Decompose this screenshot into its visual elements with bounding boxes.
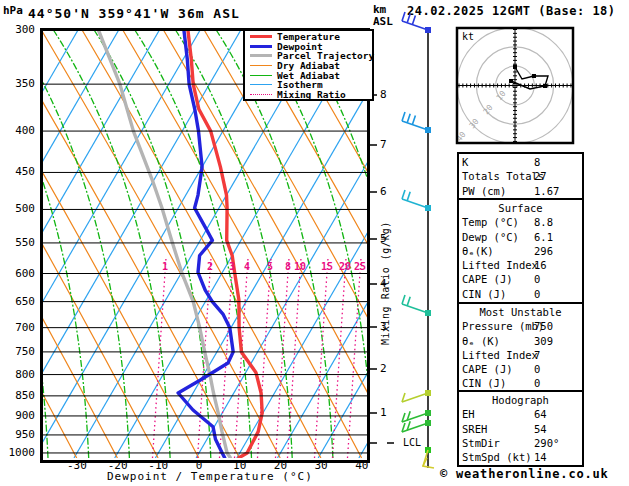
legend-swatch <box>250 84 272 85</box>
mixing-ratio-value-label: 5 <box>267 261 273 272</box>
legend-label: Dry Adiabat <box>277 61 340 70</box>
panel-row-label: CIN (J) <box>462 376 534 390</box>
panel-row-label: EH <box>462 407 534 421</box>
panel-row-label: CAPE (J) <box>462 362 534 376</box>
panel-row-label: StmSpd (kt) <box>462 450 534 464</box>
mixing-ratio-value-label: 1 <box>162 261 168 272</box>
wind-barb <box>402 390 431 402</box>
panel-row-label: CIN (J) <box>462 287 534 301</box>
credit-footer: © weatheronline.co.uk <box>440 467 609 481</box>
panel-row: EH64 <box>462 407 579 421</box>
panel-row: θₑ(K)296 <box>462 244 579 258</box>
mixing-ratio-line <box>276 258 290 458</box>
mixing-ratio-value-label: 25 <box>354 261 366 272</box>
legend-swatch <box>250 75 272 76</box>
legend-swatch <box>250 94 272 95</box>
most-unstable-panel: Most UnstablePressure (mb)750θₑ (K)309Li… <box>457 302 584 394</box>
wind-barb <box>402 190 431 211</box>
legend-label: Temperature <box>277 32 340 41</box>
panel-row-value: 8 <box>534 155 579 169</box>
mixing-ratio-line <box>315 258 329 458</box>
legend-swatch <box>250 45 272 48</box>
panel-row-value: 8.8 <box>534 215 579 229</box>
panel-row-label: Totals Totals <box>462 169 534 183</box>
skewt-sounding-screenshot: hPa 44°50'N 359°41'W 36m ASL km ASL 24.0… <box>0 0 629 486</box>
legend-item: Dry Adiabat <box>250 61 372 71</box>
panel-title: Hodograph <box>462 393 579 407</box>
panel-row-label: Dewp (°C) <box>462 230 534 244</box>
panel-row-label: Lifted Index <box>462 348 534 362</box>
temperature-axis-title: Dewpoint / Temperature (°C) <box>107 470 313 483</box>
panel-row-value: 54 <box>534 422 579 436</box>
panel-row-value: 64 <box>534 407 579 421</box>
panel-row: CAPE (J)0 <box>462 272 579 286</box>
panel-row-value: 16 <box>534 258 579 272</box>
wind-barb <box>402 420 431 432</box>
lcl-label: LCL <box>403 437 421 448</box>
panel-row-value: 14 <box>534 450 579 464</box>
panel-title: Surface <box>462 201 579 215</box>
hodograph-panel: HodographEH64SREH54StmDir290°StmSpd (kt)… <box>457 390 584 467</box>
surface-panel: SurfaceTemp (°C)8.8Dewp (°C)6.1θₑ(K)296L… <box>457 198 584 304</box>
mixing-ratio-value-label: 20 <box>339 261 351 272</box>
panel-row-label: K <box>462 155 534 169</box>
panel-row: CIN (J)0 <box>462 287 579 301</box>
panel-row-value: 750 <box>534 319 579 333</box>
panel-row-label: SREH <box>462 422 534 436</box>
chart-legend: TemperatureDewpointParcel TrajectoryDry … <box>243 29 374 101</box>
mixing-ratio-value-label: 15 <box>321 261 333 272</box>
panel-row: θₑ (K)309 <box>462 334 579 348</box>
hodograph-unit-label: kt <box>462 31 474 42</box>
panel-row-value: 290° <box>534 436 579 450</box>
panel-row-label: θₑ(K) <box>462 244 534 258</box>
legend-label: Mixing Ratio <box>277 90 346 99</box>
panel-row: StmDir290° <box>462 436 579 450</box>
panel-row-value: 0 <box>534 376 579 390</box>
mixing-ratio-line <box>333 258 347 458</box>
mixing-ratio-axis-label: Mixing Ratio (g/kg) <box>380 221 391 345</box>
mixing-ratio-value-label: 10 <box>294 261 306 272</box>
legend-swatch <box>250 65 272 66</box>
indices-panel: K8Totals Totals27PW (cm)1.67 <box>457 152 584 201</box>
panel-row-label: Lifted Index <box>462 258 534 272</box>
mixing-ratio-value-label: 2 <box>207 261 213 272</box>
panel-row: Pressure (mb)750 <box>462 319 579 333</box>
legend-label: Isotherm <box>277 80 323 89</box>
panel-row: CAPE (J)0 <box>462 362 579 376</box>
isotherm-line <box>0 28 39 458</box>
panel-row-label: StmDir <box>462 436 534 450</box>
panel-row-label: θₑ (K) <box>462 334 534 348</box>
panel-row-label: Pressure (mb) <box>462 319 534 333</box>
wind-barb <box>402 112 431 133</box>
wind-barb <box>402 12 431 33</box>
mixing-ratio-value-label: 8 <box>285 261 291 272</box>
dry-adiabat-line <box>0 28 36 458</box>
panel-row-value: 309 <box>534 334 579 348</box>
panel-row: PW (cm)1.67 <box>462 184 579 198</box>
panel-row: Lifted Index16 <box>462 258 579 272</box>
hodograph-plot: 10203040 <box>455 28 573 144</box>
panel-row: CIN (J)0 <box>462 376 579 390</box>
panel-row-value: 296 <box>534 244 579 258</box>
panel-row-label: Temp (°C) <box>462 215 534 229</box>
panel-row-value: 0 <box>534 362 579 376</box>
panel-row-value: 7 <box>534 348 579 362</box>
wind-barb <box>402 295 431 316</box>
mixing-ratio-value-label: 3 <box>229 261 235 272</box>
panel-row-value: 27 <box>534 169 579 183</box>
panel-row-value: 0 <box>534 272 579 286</box>
panel-row: StmSpd (kt)14 <box>462 450 579 464</box>
mixing-ratio-value-label: 4 <box>244 261 250 272</box>
panel-row-label: CAPE (J) <box>462 272 534 286</box>
panel-row-value: 0 <box>534 287 579 301</box>
hodograph-ring-label: 30 <box>468 117 481 130</box>
legend-swatch <box>250 54 272 57</box>
panel-row: K8 <box>462 155 579 169</box>
panel-row-value: 6.1 <box>534 230 579 244</box>
hodograph-ring-label: 20 <box>482 103 495 116</box>
legend-swatch <box>250 35 272 38</box>
panel-row: Dewp (°C)6.1 <box>462 230 579 244</box>
panel-title: Most Unstable <box>462 305 579 319</box>
panel-row: SREH54 <box>462 422 579 436</box>
panel-row-label: PW (cm) <box>462 184 534 198</box>
